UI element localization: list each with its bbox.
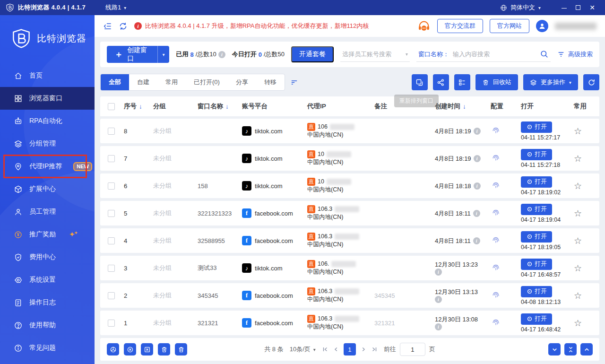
sort-desc-icon[interactable]: ↓ (463, 103, 466, 110)
open-window-button[interactable]: 打开 (521, 176, 552, 188)
official-group-button[interactable]: 官方交流群 (437, 19, 483, 33)
row-checkbox[interactable] (108, 265, 115, 272)
minimize-button[interactable] (557, 4, 571, 11)
row-checkbox[interactable] (108, 210, 115, 217)
created-info-icon[interactable]: i (435, 296, 442, 303)
tab-分享[interactable]: 分享 (228, 74, 256, 90)
line-selector[interactable]: 线路1▾ (105, 3, 126, 12)
fingerprint-icon[interactable] (491, 125, 521, 137)
open-window-button[interactable]: 打开 (521, 149, 552, 160)
first-page-icon[interactable] (322, 346, 328, 353)
fingerprint-icon[interactable] (491, 153, 521, 165)
trash-lock-icon[interactable] (158, 343, 170, 355)
prev-page-icon[interactable] (333, 346, 339, 353)
sidebar-item-log[interactable]: 操作日志 (0, 291, 95, 314)
sidebar-item-windows-grid[interactable]: 浏览器窗口 (0, 87, 95, 110)
favorite-star-icon[interactable]: ☆ (574, 153, 599, 164)
more-actions-button[interactable]: 更多操作▾ (523, 74, 578, 90)
close-button[interactable]: ✕ (585, 4, 599, 11)
tab-已打开(0)[interactable]: 已打开(0) (186, 74, 228, 90)
search-input[interactable] (453, 51, 536, 58)
open-window-button[interactable]: 打开 (521, 259, 552, 270)
created-info-icon[interactable]: i (473, 210, 480, 217)
created-info-icon[interactable]: i (474, 155, 481, 162)
sidebar-item-info[interactable]: 常见问题 (0, 337, 95, 359)
sort-desc-icon[interactable]: ↓ (225, 103, 229, 110)
sidebar-item-coin[interactable]: 推广奖励✦✦ (0, 223, 95, 246)
create-window-dropdown[interactable]: ▾ (157, 46, 169, 63)
tab-转移[interactable]: 转移 (256, 74, 285, 90)
official-site-button[interactable]: 官方网站 (490, 19, 529, 33)
open-window-button[interactable]: 打开 (521, 121, 552, 133)
refresh-announcement-icon[interactable] (119, 22, 128, 31)
sidebar-item-shield[interactable]: 费用中心 (0, 246, 95, 269)
last-page-icon[interactable] (371, 346, 378, 353)
refresh-list-button[interactable] (583, 74, 599, 90)
search-icon[interactable] (540, 50, 549, 59)
row-checkbox[interactable] (108, 292, 115, 299)
arrange-windows-button[interactable] (412, 74, 428, 90)
create-window-button[interactable]: ＋创建窗口 ▾ (107, 46, 169, 63)
list-view-button[interactable] (454, 74, 470, 90)
language-selector[interactable]: 简体中文▾ (500, 3, 541, 12)
sidebar-item-robot[interactable]: RPA自动化 (0, 110, 95, 132)
sort-desc-icon[interactable]: ↓ (139, 103, 142, 110)
share-button[interactable] (433, 74, 449, 90)
sidebar-item-person[interactable]: 员工管理 (0, 200, 95, 223)
created-info-icon[interactable]: i (435, 269, 442, 276)
square-close-icon[interactable] (141, 343, 153, 355)
favorite-star-icon[interactable]: ☆ (574, 318, 599, 329)
created-info-icon[interactable]: i (435, 323, 442, 330)
advanced-search[interactable]: 高级搜索 (557, 50, 593, 59)
select-all-checkbox[interactable] (108, 103, 115, 110)
sidebar-item-gear[interactable]: 系统设置 (0, 269, 95, 291)
tab-常用[interactable]: 常用 (157, 74, 186, 90)
fingerprint-icon[interactable] (491, 317, 521, 329)
user-avatar[interactable] (536, 20, 548, 32)
row-checkbox[interactable] (108, 182, 115, 190)
row-checkbox[interactable] (108, 237, 115, 244)
circle-close-icon[interactable] (124, 343, 136, 355)
created-info-icon[interactable]: i (474, 128, 481, 135)
fingerprint-icon[interactable] (491, 208, 521, 219)
open-plan-button[interactable]: 开通套餐 (291, 46, 334, 62)
row-checkbox[interactable] (108, 155, 115, 162)
favorite-star-icon[interactable]: ☆ (574, 235, 599, 246)
sidebar-item-layers[interactable]: 分组管理 (0, 132, 95, 155)
chevron-down-button[interactable] (548, 343, 561, 355)
collapse-sidebar-icon[interactable] (103, 22, 112, 31)
trash-icon[interactable] (175, 343, 187, 355)
open-window-button[interactable]: 打开 (521, 231, 552, 243)
row-checkbox[interactable] (108, 320, 115, 327)
fingerprint-icon[interactable] (491, 290, 521, 302)
sidebar-item-extension-box[interactable]: 扩展中心 (0, 178, 95, 200)
fingerprint-icon[interactable] (491, 262, 521, 274)
fingerprint-icon[interactable] (491, 180, 521, 192)
maximize-button[interactable] (571, 4, 585, 11)
sort-icon[interactable] (284, 78, 304, 87)
favorite-star-icon[interactable]: ☆ (574, 263, 599, 274)
chevron-up-button[interactable] (580, 343, 593, 355)
sidebar-item-home[interactable]: 首页 (0, 64, 95, 87)
next-page-icon[interactable] (360, 346, 367, 353)
goto-page-input[interactable] (400, 343, 425, 356)
open-window-button[interactable]: 打开 (521, 313, 552, 325)
usage-info-icon[interactable]: i (218, 51, 225, 58)
support-headset-icon[interactable] (417, 19, 431, 33)
current-page[interactable]: 1 (344, 343, 356, 355)
page-size-select[interactable]: 10条/页▾ (290, 345, 316, 354)
tab-全部[interactable]: 全部 (101, 74, 129, 90)
employee-search-select[interactable]: 选择员工账号搜索▾ (340, 47, 410, 62)
collapse-vertical-button[interactable] (564, 343, 577, 355)
favorite-star-icon[interactable]: ☆ (574, 208, 599, 219)
recycle-bin-button[interactable]: 回收站 (475, 74, 518, 90)
row-checkbox[interactable] (108, 128, 115, 135)
aperture-icon[interactable] (107, 343, 119, 355)
open-window-button[interactable]: 打开 (521, 204, 552, 215)
favorite-star-icon[interactable]: ☆ (574, 126, 599, 137)
sidebar-item-location-pin[interactable]: 代理IP推荐NEW (0, 155, 95, 178)
favorite-star-icon[interactable]: ☆ (574, 181, 599, 191)
sidebar-item-question[interactable]: 使用帮助 (0, 314, 95, 337)
created-info-icon[interactable]: i (473, 237, 480, 244)
created-info-icon[interactable]: i (474, 182, 481, 190)
